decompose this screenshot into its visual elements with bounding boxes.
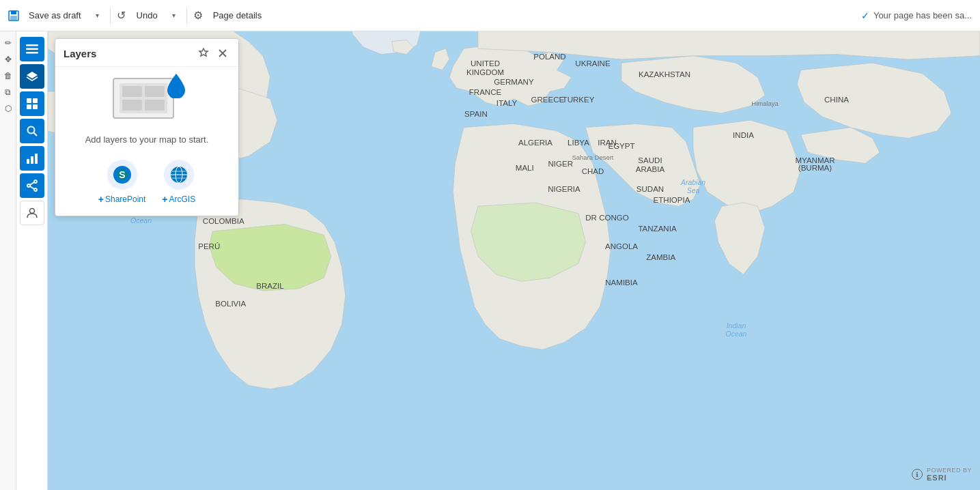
uk-label: UNITED [471, 59, 500, 68]
svg-point-18 [27, 184, 30, 187]
svg-point-17 [34, 188, 37, 191]
svg-rect-13 [27, 159, 29, 164]
svg-text:NAMIBIA: NAMIBIA [605, 278, 638, 287]
svg-text:Sahara Desert: Sahara Desert [572, 154, 614, 161]
svg-text:NIGERIA: NIGERIA [548, 185, 580, 193]
esri-logo: POWERED BY esri [927, 467, 972, 482]
search-sidebar-button[interactable] [20, 119, 44, 143]
layers-body: Add layers to your map to start. S [55, 67, 238, 216]
icon-sidebar [16, 31, 48, 490]
add-arcgis-option[interactable]: + ArcGIS [162, 160, 195, 205]
svg-text:DR CONGO: DR CONGO [585, 214, 628, 222]
svg-marker-72 [199, 48, 208, 56]
svg-text:GERMANY: GERMANY [494, 78, 534, 86]
svg-point-11 [27, 127, 34, 134]
svg-text:LIBYA: LIBYA [568, 139, 589, 147]
map-area[interactable]: .land { fill: #e8e8e0; stroke: #bbb; str… [48, 31, 980, 490]
left-sidebar: ✏ ✥ 🗑 ⧉ ⬡ [0, 31, 16, 490]
svg-text:Ocean: Ocean [130, 216, 152, 225]
chart-sidebar-button[interactable] [20, 146, 44, 171]
arcgis-label: + ArcGIS [162, 194, 195, 205]
arcgis-icon [164, 160, 194, 190]
user-sidebar-button[interactable] [20, 201, 44, 225]
svg-text:PERÚ: PERÚ [198, 242, 220, 250]
undo-button[interactable]: Undo [130, 7, 165, 24]
page-details-button[interactable]: Page details [206, 7, 269, 24]
svg-text:KINGDOM: KINGDOM [466, 68, 504, 76]
undo-icon: ↺ [116, 10, 127, 21]
svg-text:CHINA: CHINA [824, 96, 849, 104]
sharepoint-icon: S [107, 160, 137, 190]
svg-point-21 [29, 209, 34, 214]
grid-sidebar-button[interactable] [20, 91, 44, 116]
close-layers-button[interactable] [215, 46, 230, 61]
svg-text:Ocean: Ocean [726, 330, 747, 338]
save-draft-chevron[interactable]: ▾ [91, 5, 104, 26]
svg-text:BRAZIL: BRAZIL [256, 282, 284, 290]
menu-sidebar-button[interactable] [20, 37, 44, 61]
svg-text:NIGER: NIGER [548, 160, 573, 168]
component-icon[interactable]: ⬡ [2, 102, 14, 115]
svg-text:TANZANIA: TANZANIA [638, 225, 676, 233]
esri-info-icon[interactable]: ℹ [912, 469, 923, 480]
svg-text:Indian: Indian [727, 321, 746, 330]
layers-header: Layers [55, 39, 238, 67]
checkmark-icon: ✓ [861, 10, 869, 21]
svg-text:INDIA: INDIA [733, 131, 754, 139]
esri-badge: ℹ POWERED BY esri [912, 467, 972, 482]
layers-sidebar-button[interactable] [20, 64, 44, 89]
svg-rect-2 [10, 16, 17, 20]
svg-line-19 [30, 182, 34, 185]
svg-rect-1 [11, 11, 16, 14]
save-status: ✓ Your page has been sa... [861, 10, 972, 21]
svg-rect-15 [35, 154, 38, 164]
share-sidebar-button[interactable] [20, 173, 44, 198]
svg-text:UKRAINE: UKRAINE [575, 59, 611, 68]
layers-add-options: S + SharePoint [98, 157, 195, 205]
svg-text:SUDAN: SUDAN [636, 185, 664, 193]
svg-rect-14 [31, 156, 33, 164]
save-draft-button[interactable]: Save as draft [22, 7, 88, 24]
svg-text:GREECE: GREECE [531, 96, 564, 104]
svg-rect-10 [33, 104, 38, 109]
svg-text:POLAND: POLAND [533, 53, 565, 61]
layers-title: Layers [64, 48, 96, 59]
add-sharepoint-option[interactable]: S + SharePoint [98, 160, 146, 205]
layers-empty-text: Add layers to your map to start. [85, 134, 209, 146]
layers-settings-icon[interactable] [196, 46, 211, 61]
pages-icon[interactable]: ⧉ [2, 86, 14, 98]
svg-text:Arabian: Arabian [680, 178, 705, 186]
svg-text:FRANCE: FRANCE [469, 88, 502, 96]
svg-text:KAZAKHSTAN: KAZAKHSTAN [639, 70, 690, 78]
edit-icon[interactable]: ✏ [2, 37, 14, 49]
trash-icon[interactable]: 🗑 [2, 70, 14, 82]
divider-1 [110, 8, 111, 24]
svg-text:SPAIN: SPAIN [464, 110, 488, 118]
svg-rect-8 [33, 98, 38, 103]
svg-text:Sea: Sea [687, 186, 700, 194]
layers-empty-illustration [113, 78, 181, 126]
layers-panel: Layers [55, 38, 239, 216]
svg-text:(BURMA): (BURMA) [798, 164, 832, 172]
save-status-text: Your page has been sa... [873, 10, 972, 20]
topbar: Save as draft ▾ ↺ Undo ▾ ⚙ Page details … [0, 0, 980, 31]
svg-rect-5 [26, 52, 38, 54]
gear-icon: ⚙ [193, 10, 204, 21]
svg-text:ZAMBIA: ZAMBIA [646, 253, 675, 261]
svg-rect-9 [27, 104, 31, 109]
svg-text:ALGERIA: ALGERIA [518, 139, 552, 147]
divider-2 [186, 8, 187, 24]
svg-rect-3 [26, 44, 38, 46]
move-icon[interactable]: ✥ [2, 53, 14, 66]
svg-point-16 [34, 180, 37, 183]
undo-chevron[interactable]: ▾ [167, 5, 181, 26]
svg-text:ANGOLA: ANGOLA [605, 242, 638, 250]
svg-line-20 [30, 186, 34, 189]
save-icon [8, 10, 19, 21]
layers-header-icons [196, 46, 230, 61]
svg-text:BOLIVIA: BOLIVIA [215, 300, 246, 308]
svg-text:SAUDI: SAUDI [638, 156, 662, 164]
svg-rect-7 [27, 98, 31, 103]
svg-text:CHAD: CHAD [582, 167, 604, 175]
svg-rect-4 [26, 48, 38, 51]
